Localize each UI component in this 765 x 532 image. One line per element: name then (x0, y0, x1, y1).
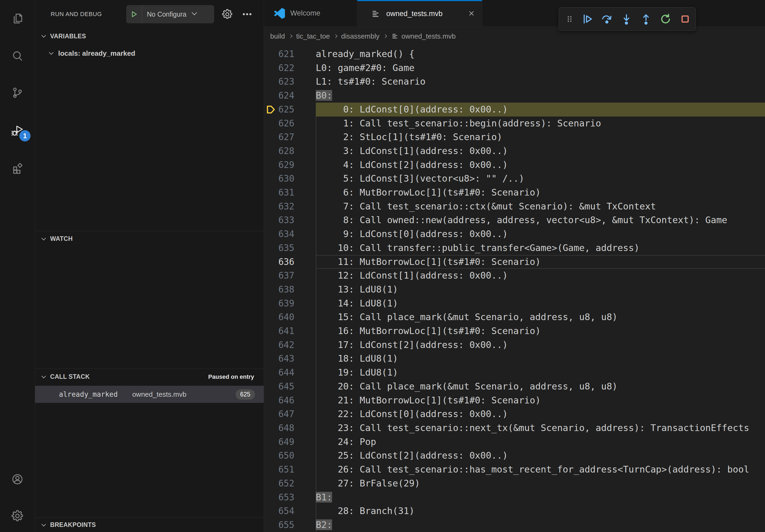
breakpoint-gutter[interactable] (264, 407, 278, 421)
watch-section-header[interactable]: WATCH (35, 231, 264, 246)
breakpoint-gutter[interactable] (264, 241, 278, 255)
line-text[interactable]: B1: (316, 490, 765, 504)
line-text[interactable]: 15: Call place_mark(&mut Scenario, addre… (316, 310, 765, 324)
line-text[interactable]: 16: MutBorrowLoc[1](ts#1#0: Scenario) (316, 324, 765, 338)
current-frame-arrow-icon[interactable] (264, 103, 278, 117)
breakpoint-gutter[interactable] (264, 158, 278, 172)
line-number[interactable]: 651 (278, 463, 294, 476)
breakpoint-gutter[interactable] (264, 490, 278, 504)
line-number[interactable]: 652 (278, 476, 294, 490)
variables-section-header[interactable]: VARIABLES (35, 30, 264, 42)
breakpoint-gutter[interactable] (264, 394, 278, 407)
start-debug-icon[interactable] (126, 10, 142, 18)
breakpoint-gutter[interactable] (264, 449, 278, 463)
breakpoint-gutter[interactable] (264, 47, 278, 61)
line-number[interactable]: 623 (278, 75, 294, 89)
line-text[interactable]: 18: LdU8(1) (316, 352, 765, 366)
line-number[interactable]: 649 (278, 435, 294, 449)
line-number[interactable]: 626 (278, 117, 294, 131)
line-text[interactable]: 2: StLoc[1](ts#1#0: Scenario) (316, 130, 765, 144)
line-text[interactable]: 19: LdU8(1) (316, 366, 765, 380)
line-number[interactable]: 653 (278, 490, 294, 504)
line-number[interactable]: 624 (278, 89, 294, 103)
line-number[interactable]: 638 (278, 283, 294, 297)
line-text[interactable]: 22: LdConst[0](address: 0x00..) (316, 407, 765, 421)
line-number[interactable]: 648 (278, 421, 294, 435)
line-number[interactable]: 645 (278, 380, 294, 394)
line-text[interactable]: B2: (316, 518, 765, 532)
line-text[interactable]: 24: Pop (316, 435, 765, 449)
breakpoint-gutter[interactable] (264, 380, 278, 394)
line-number[interactable]: 630 (278, 172, 294, 186)
breakpoint-gutter[interactable] (264, 504, 278, 518)
line-text[interactable]: 10: Call transfer::public_transfer<Game>… (316, 241, 765, 255)
more-actions-icon[interactable] (242, 9, 253, 21)
activity-item-settings[interactable] (0, 509, 35, 523)
line-number[interactable]: 643 (278, 352, 294, 366)
code-editor[interactable]: 621already_marked() {622L0: game#2#0: Ga… (264, 46, 765, 532)
line-text[interactable]: 6: MutBorrowLoc[1](ts#1#0: Scenario) (316, 186, 765, 199)
breadcrumb-item[interactable]: build (270, 32, 285, 40)
activity-item-account[interactable] (0, 473, 35, 487)
line-number[interactable]: 632 (278, 199, 294, 213)
line-number[interactable]: 647 (278, 407, 294, 421)
breakpoint-gutter[interactable] (264, 61, 278, 75)
breakpoint-gutter[interactable] (264, 421, 278, 435)
line-text[interactable]: 12: LdConst[1](address: 0x00..) (316, 269, 765, 283)
line-text[interactable]: 28: Branch(31) (316, 504, 765, 518)
call-stack-section-header[interactable]: CALL STACK Paused on entry (35, 369, 264, 385)
breakpoint-gutter[interactable] (264, 199, 278, 213)
line-text[interactable]: 21: MutBorrowLoc[1](ts#1#0: Scenario) (316, 394, 765, 407)
activity-item-run-and-debug[interactable]: 1 (0, 124, 35, 138)
continue-button[interactable] (581, 13, 593, 25)
line-number[interactable]: 639 (278, 297, 294, 311)
breakpoint-gutter[interactable] (264, 144, 278, 158)
line-number[interactable]: 640 (278, 310, 294, 324)
debug-gear-icon[interactable] (222, 9, 233, 21)
line-text[interactable]: 0: LdConst[0](address: 0x00..) (316, 103, 765, 117)
line-number[interactable]: 636 (278, 255, 294, 269)
breakpoint-gutter[interactable] (264, 476, 278, 490)
breadcrumb-file[interactable]: owned_tests.mvb (391, 32, 456, 40)
line-text[interactable]: 25: LdConst[2](address: 0x00..) (316, 449, 765, 463)
line-text[interactable]: 5: LdConst[3](vector<u8>: "" /..) (316, 172, 765, 186)
step-over-button[interactable] (601, 13, 613, 25)
breakpoint-gutter[interactable] (264, 89, 278, 103)
activity-item-extensions[interactable] (0, 161, 35, 175)
breakpoint-gutter[interactable] (264, 117, 278, 131)
toolbar-drag-handle[interactable] (565, 13, 574, 25)
line-text[interactable]: L0: game#2#0: Game (316, 61, 765, 75)
step-out-button[interactable] (640, 13, 652, 25)
line-number[interactable]: 622 (278, 61, 294, 75)
breakpoint-gutter[interactable] (264, 435, 278, 449)
breakpoint-gutter[interactable] (264, 213, 278, 227)
line-text[interactable]: 14: LdU8(1) (316, 297, 765, 311)
line-text[interactable]: 1: Call test_scenario::begin(address): S… (316, 117, 765, 131)
breakpoint-gutter[interactable] (264, 366, 278, 380)
line-text[interactable]: B0: (316, 89, 765, 103)
breadcrumb-item[interactable]: disassembly (341, 32, 380, 40)
line-number[interactable]: 644 (278, 366, 294, 380)
line-number[interactable]: 621 (278, 47, 294, 61)
line-number[interactable]: 642 (278, 338, 294, 352)
line-number[interactable]: 629 (278, 158, 294, 172)
line-text[interactable]: 20: Call place_mark(&mut Scenario, addre… (316, 380, 765, 394)
breakpoint-gutter[interactable] (264, 338, 278, 352)
line-number[interactable]: 635 (278, 241, 294, 255)
line-text[interactable]: 4: LdConst[2](address: 0x00..) (316, 158, 765, 172)
line-text[interactable]: 8: Call owned::new(address, address, vec… (316, 213, 765, 227)
variables-scope-locals[interactable]: locals: already_marked (35, 47, 264, 60)
line-number[interactable]: 625 (278, 103, 294, 117)
line-number[interactable]: 631 (278, 186, 294, 199)
line-number[interactable]: 641 (278, 324, 294, 338)
breakpoint-gutter[interactable] (264, 518, 278, 532)
close-icon[interactable] (467, 9, 475, 19)
step-into-button[interactable] (620, 13, 633, 25)
breakpoint-gutter[interactable] (264, 130, 278, 144)
breakpoint-gutter[interactable] (264, 324, 278, 338)
line-number[interactable]: 646 (278, 394, 294, 407)
line-number[interactable]: 654 (278, 504, 294, 518)
line-text[interactable]: L1: ts#1#0: Scenario (316, 75, 765, 89)
line-number[interactable]: 655 (278, 518, 294, 532)
stop-button[interactable] (679, 13, 691, 25)
